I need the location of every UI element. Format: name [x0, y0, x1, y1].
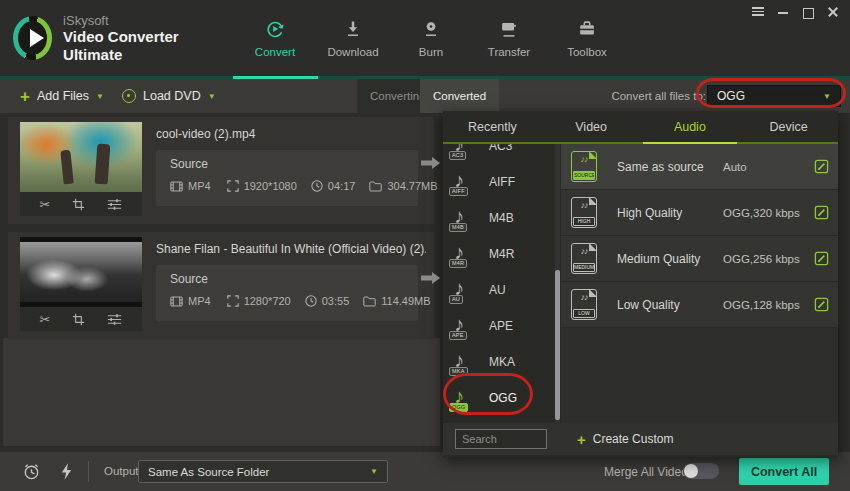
output-format-value: OGG	[717, 89, 745, 103]
trim-icon[interactable]: ✂	[40, 197, 51, 212]
format-item-ape[interactable]: ♪APE APE	[443, 308, 561, 344]
audio-file-icon: ♪♪LOW	[571, 289, 597, 320]
audio-format-list: ♪AC3 AC3 ♪AIFF AIFF ♪M4B M4B ♪M4R M4R ♪A…	[443, 144, 561, 423]
audio-file-icon: ♪♪MEDIUM	[571, 243, 597, 274]
audio-file-icon: ♪♪HIGH	[571, 197, 597, 228]
music-note-icon: ♪AC3	[454, 144, 476, 159]
nav-tab-burn[interactable]: Burn	[392, 18, 470, 58]
burn-icon	[421, 18, 441, 40]
format-item-aiff[interactable]: ♪AIFF AIFF	[443, 164, 561, 200]
file-row-1[interactable]: ✂ cool-video (2).mp4 Source	[8, 117, 434, 224]
music-note-icon: ♪AU	[454, 277, 476, 303]
quality-row-high[interactable]: ♪♪HIGH High Quality OGG,320 kbps	[561, 190, 838, 236]
convert-icon	[264, 18, 286, 40]
toolbox-icon	[576, 18, 598, 40]
crop-icon[interactable]	[72, 313, 85, 326]
format-panel-tabs: Recently Video Audio Device	[443, 111, 838, 144]
format-list-scrollbar[interactable]	[555, 144, 560, 423]
video-thumbnail-block: ✂	[20, 122, 142, 224]
format-item-m4r[interactable]: ♪M4R M4R	[443, 236, 561, 272]
trim-icon[interactable]: ✂	[40, 312, 51, 327]
chevron-down-icon[interactable]: ▼	[208, 92, 216, 101]
brand: iSkysoft Video Converter Ultimate	[0, 13, 222, 64]
file-info: Shane Filan - Beautiful In White (Offici…	[156, 237, 426, 339]
toolbar: + Add Files ▼ Load DVD ▼ Converting Conv…	[0, 79, 850, 113]
menu-icon[interactable]	[751, 5, 765, 19]
transfer-icon	[498, 18, 520, 40]
source-info-box: Source MP4 1280*720 03:55	[156, 265, 418, 321]
minimize-icon[interactable]	[776, 5, 790, 19]
add-files-button[interactable]: + Add Files ▼	[20, 79, 104, 113]
arrow-right-icon	[421, 271, 441, 285]
brand-text: iSkysoft Video Converter Ultimate	[63, 13, 222, 64]
audio-file-icon: ♪♪SOURCE	[571, 151, 597, 182]
video-thumbnail[interactable]	[20, 237, 142, 307]
plus-icon: +	[577, 431, 586, 448]
file-row-2[interactable]: ✂ Shane Filan - Beautiful In White (Offi…	[8, 232, 434, 339]
output-label: Output	[104, 465, 139, 477]
nav-tab-convert[interactable]: Convert	[236, 18, 314, 58]
quality-row-low[interactable]: ♪♪LOW Low Quality OGG,128 kbps	[561, 282, 838, 328]
format-item-ogg[interactable]: ♪OGG OGG	[443, 380, 561, 416]
edit-icon[interactable]	[804, 251, 838, 266]
schedule-icon[interactable]	[22, 462, 41, 481]
footer-bar: Output Same As Source Folder ▼ Merge All…	[0, 452, 850, 491]
video-thumbnail[interactable]	[20, 122, 142, 192]
format-panel-footer: + Create Custom	[443, 423, 838, 455]
film-icon	[170, 181, 183, 192]
size-meta: 304.77MB	[369, 180, 437, 192]
convert-all-to-label: Convert all files to:	[611, 79, 706, 113]
tab-device[interactable]: Device	[739, 111, 838, 142]
format-item-mka[interactable]: ♪MKA MKA	[443, 344, 561, 380]
close-icon[interactable]	[826, 5, 840, 19]
window-controls	[751, 5, 840, 19]
output-format-select[interactable]: OGG ▼	[707, 85, 841, 107]
tab-recently[interactable]: Recently	[443, 111, 542, 142]
search-input[interactable]	[455, 429, 547, 449]
quality-row-medium[interactable]: ♪♪MEDIUM Medium Quality OGG,256 kbps	[561, 236, 838, 282]
format-item-m4b[interactable]: ♪M4B M4B	[443, 200, 561, 236]
chevron-down-icon: ▼	[370, 467, 378, 476]
merge-all-videos-label: Merge All Videos	[604, 465, 694, 479]
quality-row-same-as-source[interactable]: ♪♪SOURCE Same as source Auto	[561, 144, 838, 190]
convert-all-button[interactable]: Convert All	[739, 458, 829, 485]
nav-tab-download[interactable]: Download	[314, 18, 392, 58]
music-note-icon: ♪OGG	[454, 385, 476, 411]
effects-icon[interactable]	[107, 313, 122, 326]
output-folder-select[interactable]: Same As Source Folder ▼	[138, 460, 388, 483]
duration-meta: 04:17	[311, 180, 356, 192]
resolution-meta: 1920*1080	[227, 180, 297, 192]
nav-label: Convert	[255, 46, 295, 58]
tab-converted[interactable]: Converted	[420, 79, 499, 113]
output-folder-value: Same As Source Folder	[148, 466, 269, 478]
format-item-au[interactable]: ♪AU AU	[443, 272, 561, 308]
chevron-down-icon: ▼	[823, 92, 831, 101]
film-icon	[170, 296, 183, 307]
file-info: cool-video (2).mp4 Source MP4 1920*1080 …	[156, 122, 418, 224]
edit-icon[interactable]	[804, 205, 838, 220]
create-custom-button[interactable]: + Create Custom	[577, 431, 673, 448]
tab-audio[interactable]: Audio	[641, 111, 740, 142]
size-meta: 114.49MB	[363, 295, 430, 307]
arrow-right-icon	[421, 156, 441, 170]
toggle-knob	[684, 464, 698, 478]
edit-icon[interactable]	[804, 159, 838, 174]
brand-name: iSkysoft	[63, 13, 222, 28]
load-dvd-button[interactable]: Load DVD ▼	[122, 79, 216, 113]
source-label: Source	[170, 157, 418, 171]
app-title: Video Converter Ultimate	[63, 28, 222, 64]
tab-video[interactable]: Video	[542, 111, 641, 142]
chevron-down-icon[interactable]: ▼	[96, 92, 104, 101]
nav-tab-toolbox[interactable]: Toolbox	[548, 18, 626, 58]
music-note-icon: ♪M4R	[454, 241, 476, 267]
nav-label: Download	[327, 46, 378, 58]
high-speed-icon[interactable]	[60, 462, 73, 481]
effects-icon[interactable]	[107, 198, 122, 211]
edit-icon[interactable]	[804, 297, 838, 312]
maximize-icon[interactable]	[801, 5, 815, 19]
format-item-ac3[interactable]: ♪AC3 AC3	[443, 144, 561, 164]
merge-toggle[interactable]	[683, 463, 719, 479]
nav-tab-transfer[interactable]: Transfer	[470, 18, 548, 58]
music-note-icon: ♪AIFF	[454, 169, 476, 195]
crop-icon[interactable]	[72, 198, 85, 211]
